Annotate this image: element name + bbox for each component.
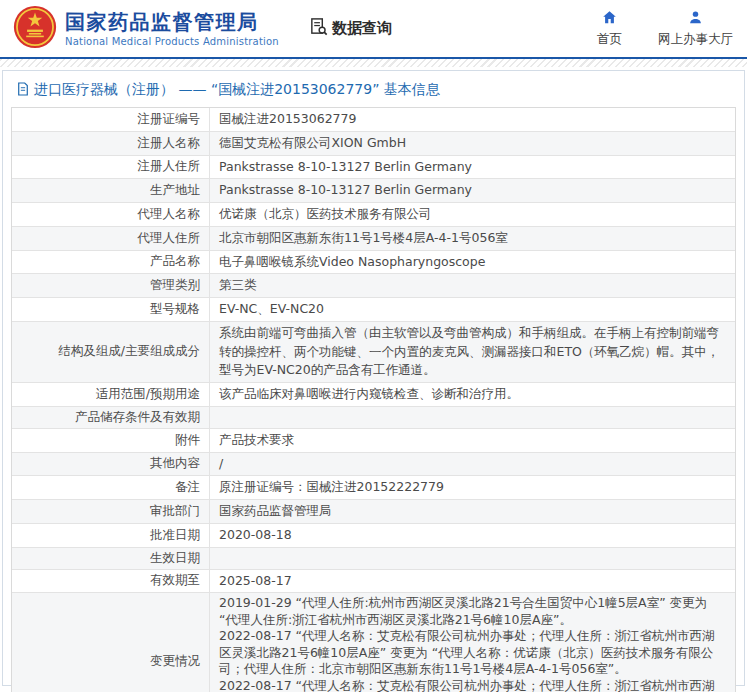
change-record-line: 2022-08-17 “代理人名称：艾克松有限公司杭州办事处；代理人住所：浙江省… bbox=[219, 678, 723, 692]
row-value-text: / bbox=[219, 455, 723, 474]
row-value bbox=[210, 407, 735, 428]
row-value-text: 2025-08-17 bbox=[219, 572, 723, 591]
row-label-text: 附件 bbox=[175, 432, 200, 449]
table-row: 注册证编号国械注进20153062779 bbox=[12, 108, 735, 131]
change-record-line: 2022-08-17 “代理人名称：艾克松有限公司杭州办事处；代理人住所：浙江省… bbox=[219, 628, 723, 678]
row-value: 国械注进20153062779 bbox=[210, 108, 735, 131]
breadcrumb: 进口医疗器械（注册） —— “国械注进20153062779” 基本信息 bbox=[3, 71, 744, 107]
row-label: 适用范围/预期用途 bbox=[12, 383, 210, 406]
table-row: 有效期至2025-08-17 bbox=[12, 569, 735, 593]
row-label: 备注 bbox=[12, 476, 210, 499]
nav-online-service-hall-label: 网上办事大厅 bbox=[658, 31, 733, 48]
site-logo[interactable]: 国家药品监督管理局 National Medical Products Admi… bbox=[13, 5, 279, 53]
row-label: 注册人名称 bbox=[12, 132, 210, 155]
row-value: 2019-01-29 “代理人住所:杭州市西湖区灵溪北路21号合生国贸中心1幢5… bbox=[210, 593, 735, 692]
row-value bbox=[210, 548, 735, 569]
breadcrumb-text: 进口医疗器械（注册） —— “国械注进20153062779” 基本信息 bbox=[34, 81, 440, 99]
home-icon bbox=[602, 10, 617, 28]
row-label: 代理人住所 bbox=[12, 227, 210, 250]
row-label-text: 注册人名称 bbox=[138, 135, 201, 152]
nav-home[interactable]: 首页 bbox=[597, 10, 622, 48]
table-row: 产品储存条件及有效期 bbox=[12, 406, 735, 428]
site-header: 国家药品监督管理局 National Medical Products Admi… bbox=[0, 0, 747, 57]
row-label: 其他内容 bbox=[12, 453, 210, 476]
row-value: 产品技术要求 bbox=[210, 429, 735, 452]
row-value-text: 德国艾克松有限公司XION GmbH bbox=[219, 134, 723, 153]
row-label-text: 审批部门 bbox=[150, 503, 200, 520]
row-value: 2025-08-17 bbox=[210, 570, 735, 593]
row-label: 型号规格 bbox=[12, 298, 210, 321]
row-label-text: 变更情况 bbox=[150, 653, 200, 670]
row-value: Pankstrasse 8-10-13127 Berlin Germany bbox=[210, 156, 735, 179]
document-icon bbox=[17, 82, 29, 99]
row-label: 代理人名称 bbox=[12, 203, 210, 226]
user-icon bbox=[688, 10, 703, 28]
row-value: 系统由前端可弯曲插入管（由主软管以及弯曲管构成）和手柄组成。在手柄上有控制前端弯… bbox=[210, 322, 735, 382]
row-label-text: 代理人住所 bbox=[138, 230, 201, 247]
row-label: 结构及组成/主要组成成分 bbox=[12, 322, 210, 382]
table-row: 产品名称电子鼻咽喉镜系统Video Nasopharyngoscope bbox=[12, 250, 735, 274]
table-row: 备注原注册证编号：国械注进20152222779 bbox=[12, 475, 735, 499]
row-label: 附件 bbox=[12, 429, 210, 452]
row-label-text: 批准日期 bbox=[150, 527, 200, 544]
table-row: 结构及组成/主要组成成分系统由前端可弯曲插入管（由主软管以及弯曲管构成）和手柄组… bbox=[12, 321, 735, 382]
row-value: 德国艾克松有限公司XION GmbH bbox=[210, 132, 735, 155]
row-value-text: 原注册证编号：国械注进20152222779 bbox=[219, 478, 723, 497]
row-label: 产品储存条件及有效期 bbox=[12, 407, 210, 428]
row-value-text: 北京市朝阳区惠新东街11号1号楼4层A-4-1号056室 bbox=[219, 229, 723, 248]
row-label-text: 有效期至 bbox=[150, 572, 200, 589]
table-row: 附件产品技术要求 bbox=[12, 428, 735, 452]
table-row: 注册人名称德国艾克松有限公司XION GmbH bbox=[12, 131, 735, 155]
row-label-text: 产品储存条件及有效期 bbox=[75, 409, 200, 426]
table-row: 批准日期2020-08-18 bbox=[12, 523, 735, 547]
row-value-text: 系统由前端可弯曲插入管（由主软管以及弯曲管构成）和手柄组成。在手柄上有控制前端弯… bbox=[219, 324, 723, 380]
row-label-text: 注册人住所 bbox=[138, 158, 201, 175]
row-label: 注册人住所 bbox=[12, 156, 210, 179]
org-name-zh: 国家药品监督管理局 bbox=[65, 11, 279, 34]
hatched-strip bbox=[0, 59, 747, 67]
row-label-text: 适用范围/预期用途 bbox=[96, 386, 200, 403]
row-value: 北京市朝阳区惠新东街11号1号楼4层A-4-1号056室 bbox=[210, 227, 735, 250]
row-value: 国家药品监督管理局 bbox=[210, 500, 735, 523]
row-value-text: 产品技术要求 bbox=[219, 431, 723, 450]
row-label: 管理类别 bbox=[12, 274, 210, 297]
table-row: 生效日期 bbox=[12, 547, 735, 569]
row-value-text: 优诺康（北京）医药技术服务有限公司 bbox=[219, 205, 723, 224]
row-value-text: Pankstrasse 8-10-13127 Berlin Germany bbox=[219, 158, 723, 177]
row-label: 变更情况 bbox=[12, 593, 210, 692]
row-label: 审批部门 bbox=[12, 500, 210, 523]
row-label-text: 结构及组成/主要组成成分 bbox=[58, 343, 200, 360]
table-row: 代理人住所北京市朝阳区惠新东街11号1号楼4层A-4-1号056室 bbox=[12, 226, 735, 250]
row-value: Pankstrasse 8-10-13127 Berlin Germany bbox=[210, 179, 735, 202]
row-label: 生效日期 bbox=[12, 548, 210, 569]
table-row: 管理类别第三类 bbox=[12, 273, 735, 297]
row-label: 批准日期 bbox=[12, 524, 210, 547]
row-value: 电子鼻咽喉镜系统Video Nasopharyngoscope bbox=[210, 251, 735, 274]
row-label-text: 代理人名称 bbox=[138, 206, 201, 223]
nav-online-service-hall[interactable]: 网上办事大厅 bbox=[658, 10, 733, 48]
row-label-text: 管理类别 bbox=[150, 277, 200, 294]
row-value: 第三类 bbox=[210, 274, 735, 297]
row-value: 2020-08-18 bbox=[210, 524, 735, 547]
data-query-label: 数据查询 bbox=[332, 19, 392, 38]
row-label-text: 生产地址 bbox=[150, 182, 200, 199]
row-value: 原注册证编号：国械注进20152222779 bbox=[210, 476, 735, 499]
table-row: 生产地址Pankstrasse 8-10-13127 Berlin German… bbox=[12, 178, 735, 202]
org-name-en: National Medical Products Administration bbox=[65, 36, 279, 47]
row-label-text: 注册证编号 bbox=[138, 111, 201, 128]
table-row: 注册人住所Pankstrasse 8-10-13127 Berlin Germa… bbox=[12, 155, 735, 179]
row-label-text: 型号规格 bbox=[150, 301, 200, 318]
info-table: 注册证编号国械注进20153062779注册人名称德国艾克松有限公司XION G… bbox=[11, 107, 736, 692]
table-row: 审批部门国家药品监督管理局 bbox=[12, 499, 735, 523]
table-row: 代理人名称优诺康（北京）医药技术服务有限公司 bbox=[12, 202, 735, 226]
table-row: 变更情况2019-01-29 “代理人住所:杭州市西湖区灵溪北路21号合生国贸中… bbox=[12, 592, 735, 692]
data-query-tab[interactable]: 数据查询 bbox=[309, 17, 392, 40]
row-value-text: 该产品临床对鼻咽喉进行内窥镜检查、诊断和治疗用。 bbox=[219, 385, 723, 404]
row-value: EV-NC、EV-NC20 bbox=[210, 298, 735, 321]
row-value-text: Pankstrasse 8-10-13127 Berlin Germany bbox=[219, 181, 723, 200]
row-value-text: 电子鼻咽喉镜系统Video Nasopharyngoscope bbox=[219, 253, 723, 272]
table-row: 型号规格EV-NC、EV-NC20 bbox=[12, 297, 735, 321]
row-label-text: 其他内容 bbox=[150, 455, 200, 472]
change-record-line: 2019-01-29 “代理人住所:杭州市西湖区灵溪北路21号合生国贸中心1幢5… bbox=[219, 595, 723, 628]
row-value-text: 第三类 bbox=[219, 276, 723, 295]
